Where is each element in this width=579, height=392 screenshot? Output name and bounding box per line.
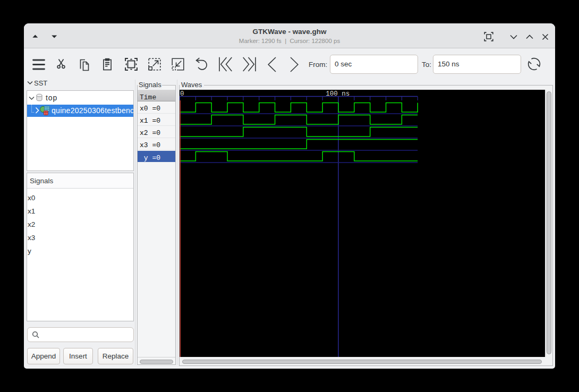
svg-text:100 ns: 100 ns xyxy=(326,90,350,98)
svg-text:0: 0 xyxy=(180,90,184,98)
